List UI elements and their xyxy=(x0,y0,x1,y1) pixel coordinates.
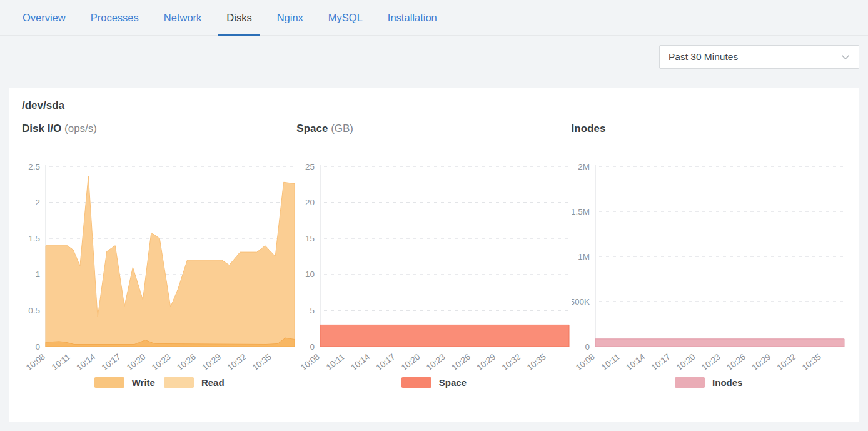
x-tick-label: 10:32 xyxy=(226,352,248,373)
tab-processes[interactable]: Processes xyxy=(83,2,147,36)
legend-label: Inodes xyxy=(712,377,742,388)
y-tick-label: 10 xyxy=(305,270,315,279)
x-tick-label: 10:20 xyxy=(125,352,148,373)
x-tick-label: 10:35 xyxy=(525,352,548,373)
x-tick-label: 10:11 xyxy=(50,352,72,372)
x-tick-label: 10:14 xyxy=(624,352,647,372)
x-tick-label: 10:29 xyxy=(475,352,498,373)
area-read xyxy=(46,176,295,347)
y-tick-label: 2 xyxy=(35,198,40,207)
y-tick-label: 0.5 xyxy=(28,306,40,315)
legend-swatch xyxy=(675,377,705,388)
y-tick-label: 25 xyxy=(305,162,315,171)
x-tick-label: 10:20 xyxy=(400,352,422,373)
x-tick-label: 10:14 xyxy=(350,352,372,372)
y-tick-label: 1M xyxy=(578,252,590,261)
device-title: /dev/sda xyxy=(22,99,846,112)
space-chart-canvas: 051015202510:0810:1110:1410:1710:2010:23… xyxy=(296,158,571,375)
y-tick-label: 1.5 xyxy=(28,234,40,243)
tab-disks[interactable]: Disks xyxy=(218,2,260,36)
charts-row: 00.511.522.510:0810:1110:1410:1710:2010:… xyxy=(22,158,846,388)
legend-label: Space xyxy=(439,377,467,388)
x-tick-label: 10:08 xyxy=(24,352,47,373)
x-tick-label: 10:32 xyxy=(500,352,523,373)
x-tick-label: 10:23 xyxy=(700,352,722,373)
x-tick-label: 10:29 xyxy=(750,352,772,373)
space-legend: Space xyxy=(296,377,571,388)
y-tick-label: 1.5M xyxy=(572,207,590,216)
x-tick-label: 10:23 xyxy=(150,352,173,373)
inodes-chart-canvas: 0500K1M1.5M2M10:0810:1110:1410:1710:2010… xyxy=(572,158,846,375)
x-tick-label: 10:23 xyxy=(425,352,447,373)
tab-network[interactable]: Network xyxy=(156,2,210,36)
toolbar: Past 30 Minutes xyxy=(0,36,868,69)
x-tick-label: 10:17 xyxy=(649,352,672,373)
chart-titles-row: Disk I/O (ops/s) Space (GB) Inodes xyxy=(22,123,846,135)
chart-disk-io: 00.511.522.510:0810:1110:1410:1710:2010:… xyxy=(22,158,296,388)
y-tick-label: 2.5 xyxy=(28,162,40,171)
area-inodes xyxy=(595,339,844,347)
time-range-select[interactable]: Past 30 Minutes xyxy=(659,45,859,69)
x-tick-label: 10:35 xyxy=(800,352,822,373)
chart-space: 051015202510:0810:1110:1410:1710:2010:23… xyxy=(296,158,571,388)
y-tick-label: 0 xyxy=(585,342,590,352)
x-tick-label: 10:26 xyxy=(450,352,472,373)
legend-item-read[interactable]: Read xyxy=(164,377,225,388)
disk-io-chart-canvas: 00.511.522.510:0810:1110:1410:1710:2010:… xyxy=(22,158,296,375)
tab-overview[interactable]: Overview xyxy=(14,2,74,36)
x-tick-label: 10:29 xyxy=(200,352,223,373)
x-tick-label: 10:14 xyxy=(74,352,97,372)
time-range-value: Past 30 Minutes xyxy=(669,51,738,63)
y-tick-label: 15 xyxy=(305,234,315,243)
x-tick-label: 10:26 xyxy=(725,352,747,373)
y-tick-label: 5 xyxy=(310,306,315,315)
tab-mysql[interactable]: MySQL xyxy=(320,2,371,36)
disk-panel: /dev/sda Disk I/O (ops/s) Space (GB) Ino… xyxy=(9,88,859,422)
legend-item-write[interactable]: Write xyxy=(94,377,155,388)
y-tick-label: 20 xyxy=(305,198,315,207)
area-space xyxy=(320,325,569,347)
y-tick-label: 0 xyxy=(310,342,315,352)
x-tick-label: 10:08 xyxy=(299,352,321,373)
tab-nginx[interactable]: Nginx xyxy=(269,2,311,36)
tab-bar: OverviewProcessesNetworkDisksNginxMySQLI… xyxy=(0,0,868,36)
y-tick-label: 0 xyxy=(35,342,40,352)
inodes-legend: Inodes xyxy=(572,377,846,388)
tab-installation[interactable]: Installation xyxy=(380,2,445,36)
x-tick-label: 10:08 xyxy=(574,352,597,373)
x-tick-label: 10:35 xyxy=(251,352,273,373)
chart-unit: (GB) xyxy=(331,123,353,134)
chart-unit: (ops/s) xyxy=(64,123,97,134)
y-tick-label: 500K xyxy=(572,297,590,307)
legend-swatch xyxy=(94,377,124,388)
x-tick-label: 10:17 xyxy=(100,352,123,373)
x-tick-label: 10:11 xyxy=(600,352,622,372)
y-tick-label: 1 xyxy=(35,270,40,279)
x-tick-label: 10:26 xyxy=(175,352,198,373)
chart-title-inodes: Inodes xyxy=(572,123,846,135)
legend-label: Read xyxy=(201,377,225,388)
x-tick-label: 10:32 xyxy=(775,352,797,373)
chevron-down-icon xyxy=(840,51,851,63)
disk-io-legend: WriteRead xyxy=(22,377,296,388)
legend-item-inodes[interactable]: Inodes xyxy=(675,377,742,388)
chart-inodes: 0500K1M1.5M2M10:0810:1110:1410:1710:2010… xyxy=(572,158,846,388)
legend-swatch xyxy=(164,377,194,388)
x-tick-label: 10:20 xyxy=(674,352,697,373)
x-tick-label: 10:17 xyxy=(375,352,397,373)
legend-swatch xyxy=(401,377,431,388)
legend-item-space[interactable]: Space xyxy=(401,377,467,388)
divider xyxy=(22,143,846,143)
legend-label: Write xyxy=(132,377,155,388)
chart-title-space: Space (GB) xyxy=(296,123,571,135)
y-tick-label: 2M xyxy=(578,162,590,171)
chart-title-disk-io: Disk I/O (ops/s) xyxy=(22,123,296,135)
x-tick-label: 10:11 xyxy=(325,352,346,372)
